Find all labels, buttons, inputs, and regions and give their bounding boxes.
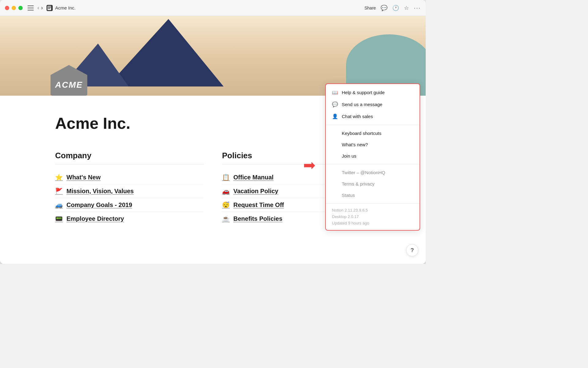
whats-new-menu-label: What's new? bbox=[342, 142, 368, 147]
bookmark-icon[interactable]: ☆ bbox=[404, 5, 409, 11]
keyboard-shortcuts-label: Keyboard shortcuts bbox=[342, 131, 381, 136]
send-message-item[interactable]: 💬 Send us a message bbox=[326, 98, 420, 110]
send-message-label: Send us a message bbox=[342, 102, 383, 107]
whats-new-emoji: ⭐ bbox=[55, 174, 63, 181]
office-manual-emoji: 📋 bbox=[222, 174, 230, 181]
version-text: Notion 2.11.23.9.6.5Desktop 2.0.17Update… bbox=[332, 208, 369, 225]
status-label: Status bbox=[342, 193, 355, 198]
help-button[interactable]: ? bbox=[406, 244, 418, 256]
sidebar-toggle-button[interactable] bbox=[28, 6, 34, 10]
mission-emoji: 🚩 bbox=[55, 187, 63, 195]
benefits-label: Benefits Policies bbox=[233, 215, 282, 222]
whats-new-menu-item[interactable]: What's new? bbox=[326, 139, 420, 150]
titlebar: ‹ › Acme Inc. Share 💬 🕐 ☆ ··· bbox=[0, 0, 426, 16]
dropdown-features-section: Keyboard shortcuts What's new? Join us bbox=[326, 125, 420, 164]
terms-privacy-label: Terms & privacy bbox=[342, 181, 375, 186]
svg-rect-0 bbox=[47, 6, 51, 10]
logo-text: ACME bbox=[55, 80, 83, 90]
office-manual-label: Office Manual bbox=[233, 174, 273, 181]
dropdown-links-section: Twitter – @NotionHQ Terms & privacy Stat… bbox=[326, 164, 420, 204]
titlebar-actions: Share 💬 🕐 ☆ ··· bbox=[364, 4, 421, 11]
list-item[interactable]: 🚩 Mission, Vision, Values bbox=[55, 184, 204, 198]
vacation-label: Vacation Policy bbox=[233, 188, 278, 195]
keyboard-shortcuts-item[interactable]: Keyboard shortcuts bbox=[326, 128, 420, 139]
join-us-item[interactable]: Join us bbox=[326, 150, 420, 162]
goals-emoji: 🚙 bbox=[55, 201, 63, 209]
list-item[interactable]: 📟 Employee Directory bbox=[55, 212, 204, 225]
goals-label: Company Goals - 2019 bbox=[66, 201, 132, 209]
history-icon[interactable]: 🕐 bbox=[392, 5, 399, 11]
app-window: ‹ › Acme Inc. Share 💬 🕐 ☆ ··· ACME bbox=[0, 0, 426, 264]
page-title: Acme Inc. bbox=[55, 5, 364, 10]
timeoff-emoji: 😴 bbox=[222, 201, 230, 209]
sections-grid: Company ⭐ What's New 🚩 Mission, Vision, … bbox=[55, 151, 371, 225]
whats-new-label: What's New bbox=[66, 174, 100, 181]
join-us-label: Join us bbox=[342, 153, 356, 159]
status-item[interactable]: Status bbox=[326, 190, 420, 201]
directory-emoji: 📟 bbox=[55, 215, 63, 222]
list-item[interactable]: ⭐ What's New bbox=[55, 171, 204, 184]
chat-sales-item[interactable]: 👤 Chat with sales bbox=[326, 110, 420, 122]
dropdown-menu[interactable]: 📖 Help & support guide 💬 Send us a messa… bbox=[325, 83, 420, 231]
version-info: Notion 2.11.23.9.6.5Desktop 2.0.17Update… bbox=[326, 204, 420, 230]
company-section-title: Company bbox=[55, 151, 204, 164]
minimize-button[interactable] bbox=[12, 6, 16, 10]
maximize-button[interactable] bbox=[18, 6, 23, 10]
back-button[interactable]: ‹ bbox=[37, 5, 39, 11]
vacation-emoji: 🚗 bbox=[222, 187, 230, 195]
help-support-label: Help & support guide bbox=[342, 90, 385, 95]
acme-logo: ACME bbox=[49, 62, 89, 96]
company-name-heading: Acme Inc. bbox=[55, 114, 371, 132]
company-section: Company ⭐ What's New 🚩 Mission, Vision, … bbox=[55, 151, 204, 225]
help-support-item[interactable]: 📖 Help & support guide bbox=[326, 86, 420, 98]
content-area: ACME Acme Inc. Company ⭐ What's New bbox=[0, 16, 426, 264]
person-icon: 👤 bbox=[332, 113, 338, 119]
dropdown-support-section: 📖 Help & support guide 💬 Send us a messa… bbox=[326, 84, 420, 125]
chat-sales-label: Chat with sales bbox=[342, 114, 373, 119]
hexagon-shape: ACME bbox=[51, 65, 87, 96]
traffic-lights bbox=[5, 6, 23, 10]
list-item[interactable]: 🚙 Company Goals - 2019 bbox=[55, 198, 204, 212]
share-button[interactable]: Share bbox=[364, 6, 376, 10]
terms-privacy-item[interactable]: Terms & privacy bbox=[326, 178, 420, 190]
company-list: ⭐ What's New 🚩 Mission, Vision, Values 🚙… bbox=[55, 171, 204, 225]
close-button[interactable] bbox=[5, 6, 9, 10]
forward-button[interactable]: › bbox=[41, 5, 43, 11]
mission-label: Mission, Vision, Values bbox=[66, 188, 134, 195]
help-button-label: ? bbox=[411, 247, 414, 254]
twitter-label: Twitter – @NotionHQ bbox=[342, 170, 385, 175]
nav-arrows: ‹ › bbox=[37, 5, 43, 11]
timeoff-label: Request Time Off bbox=[233, 201, 284, 209]
comments-icon[interactable]: 💬 bbox=[381, 5, 387, 11]
message-icon: 💬 bbox=[332, 102, 338, 107]
book-icon: 📖 bbox=[332, 90, 338, 95]
more-button[interactable]: ··· bbox=[414, 4, 421, 11]
app-icon bbox=[47, 5, 53, 11]
twitter-item[interactable]: Twitter – @NotionHQ bbox=[326, 167, 420, 178]
benefits-emoji: ☕ bbox=[222, 215, 230, 222]
directory-label: Employee Directory bbox=[66, 215, 124, 222]
